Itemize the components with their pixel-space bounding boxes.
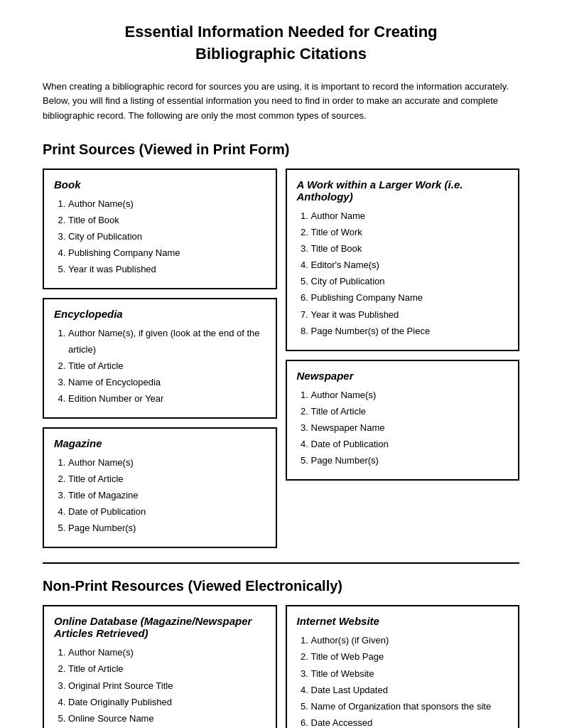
section-divider (43, 562, 519, 564)
list-item: City of Publication (68, 229, 266, 245)
encyclopedia-list: Author Name(s), if given (look at the en… (54, 326, 266, 406)
list-item: Author Name(s) (68, 196, 266, 212)
list-item: Author(s) (if Given) (311, 633, 509, 648)
list-item: Title of Website (311, 666, 509, 682)
book-title: Book (54, 178, 266, 191)
list-item: Date of Publication (68, 504, 266, 520)
online-database-list: Author Name(s) Title of Article Original… (54, 645, 266, 728)
page-title: Essential Information Needed for Creatin… (43, 21, 519, 65)
print-sources-section: Print Sources (Viewed in Print Form) Boo… (43, 141, 519, 548)
non-print-heading: Non-Print Resources (Viewed Electronical… (43, 578, 519, 594)
encyclopedia-box: Encyclopedia Author Name(s), if given (l… (43, 298, 277, 418)
list-item: Author Name(s) (311, 387, 509, 403)
list-item: Year it was Published (311, 307, 509, 323)
list-item: Title of Web Page (311, 649, 509, 665)
list-item: Author Name(s) (68, 455, 266, 471)
list-item: Title of Article (68, 661, 266, 677)
list-item: Title of Magazine (68, 488, 266, 503)
list-item: Page Number(s) (311, 453, 509, 469)
list-item: Name of Organization that sponsors the s… (311, 699, 509, 714)
anthology-box: A Work within a Larger Work (i.e. Anthol… (286, 168, 520, 351)
list-item: Publishing Company Name (68, 245, 266, 261)
list-item: Publishing Company Name (311, 290, 509, 306)
internet-website-title: Internet Website (297, 615, 509, 627)
list-item: Title of Article (311, 404, 509, 419)
list-item: Edition Number or Year (68, 391, 266, 407)
list-item: Page Number(s) (68, 520, 266, 536)
book-list: Author Name(s) Title of Book City of Pub… (54, 196, 266, 277)
list-item: Title of Article (68, 358, 266, 374)
list-item: Name of Encyclopedia (68, 375, 266, 390)
list-item: Date Accessed (311, 715, 509, 728)
list-item: Page Number(s) of the Piece (311, 323, 509, 339)
internet-website-box: Internet Website Author(s) (if Given) Ti… (286, 605, 520, 728)
list-item: Title of Book (68, 213, 266, 228)
list-item: Online Source Name (68, 711, 266, 727)
encyclopedia-title: Encyclopedia (54, 308, 266, 320)
list-item: Title of Article (68, 471, 266, 487)
newspaper-list: Author Name(s) Title of Article Newspape… (297, 387, 509, 469)
online-database-title: Online Database (Magazine/Newspaper Arti… (54, 615, 266, 639)
list-item: Date Last Updated (311, 682, 509, 698)
anthology-title: A Work within a Larger Work (i.e. Anthol… (297, 178, 509, 203)
list-item: Date of Publication (311, 437, 509, 452)
online-database-box: Online Database (Magazine/Newspaper Arti… (43, 605, 277, 728)
newspaper-box: Newspaper Author Name(s) Title of Articl… (286, 360, 520, 481)
magazine-list: Author Name(s) Title of Article Title of… (54, 455, 266, 536)
book-box: Book Author Name(s) Title of Book City o… (43, 168, 277, 289)
list-item: Author Name (311, 208, 509, 224)
newspaper-title: Newspaper (297, 370, 509, 382)
list-item: Editor's Name(s) (311, 257, 509, 273)
list-item: City of Publication (311, 274, 509, 289)
list-item: Date Originally Published (68, 695, 266, 710)
list-item: Author Name(s), if given (look at the en… (68, 326, 266, 357)
list-item: Title of Book (311, 241, 509, 257)
non-print-section: Non-Print Resources (Viewed Electronical… (43, 578, 519, 728)
intro-paragraph: When creating a bibliographic record for… (43, 80, 519, 124)
magazine-title: Magazine (54, 437, 266, 449)
list-item: Original Print Source Title (68, 678, 266, 694)
internet-website-list: Author(s) (if Given) Title of Web Page T… (297, 633, 509, 728)
list-item: Newspaper Name (311, 420, 509, 436)
list-item: Year it was Published (68, 262, 266, 277)
anthology-list: Author Name Title of Work Title of Book … (297, 208, 509, 339)
magazine-box: Magazine Author Name(s) Title of Article… (43, 427, 277, 548)
list-item: Title of Work (311, 225, 509, 240)
list-item: Author Name(s) (68, 645, 266, 660)
print-section-heading: Print Sources (Viewed in Print Form) (43, 141, 519, 158)
